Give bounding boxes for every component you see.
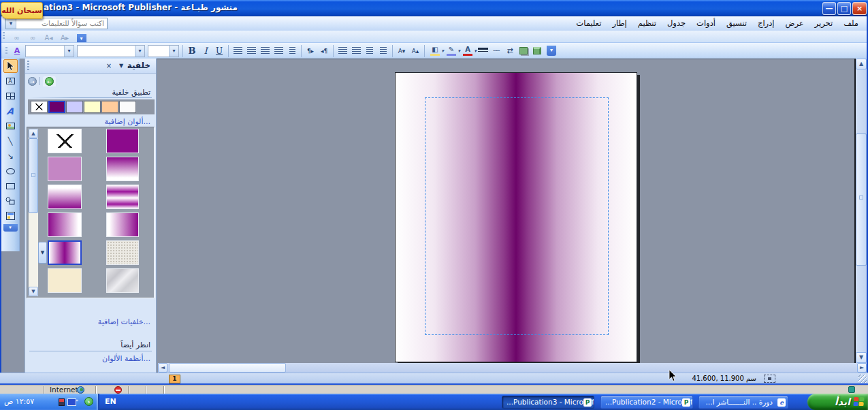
- underline-button[interactable]: U: [212, 44, 226, 57]
- vertical-scrollbar[interactable]: ▲ ▼: [856, 59, 867, 363]
- increase-font-size-button[interactable]: A▴: [408, 44, 422, 57]
- text-box-tool[interactable]: A: [3, 74, 18, 88]
- taskbar-button-publication3[interactable]: ...Publication3 - Microsof P: [502, 396, 594, 409]
- menu-item-insert[interactable]: إدراج: [752, 16, 780, 31]
- arrow-tool[interactable]: ↘: [3, 149, 18, 163]
- toolbar-options-button[interactable]: ▾: [3, 224, 18, 232]
- clock[interactable]: ١٢:٥٧ ص: [4, 394, 34, 410]
- scroll-right-icon[interactable]: ►: [857, 363, 867, 373]
- ltr-paragraph-button[interactable]: ¶▸: [304, 44, 317, 57]
- increase-indent-button[interactable]: [376, 44, 390, 57]
- background-thumbnail-gradient-top[interactable]: [106, 157, 139, 181]
- battery-icon[interactable]: [59, 398, 65, 406]
- gallery-scrollbar-thumb[interactable]: [29, 138, 38, 213]
- background-thumbnail-gradient-center-selected[interactable]: [48, 240, 82, 265]
- close-button[interactable]: ×: [852, 2, 867, 15]
- toolbar-grip[interactable]: [3, 32, 5, 40]
- wordart-tool[interactable]: A: [3, 104, 18, 118]
- scroll-down-icon[interactable]: ▼: [856, 352, 867, 363]
- numbering-button[interactable]: [336, 44, 349, 57]
- menu-item-format[interactable]: تنسيق: [721, 16, 752, 31]
- styles-and-formatting-button[interactable]: A: [10, 44, 24, 57]
- line-color-button[interactable]: ✎ ▾: [443, 44, 460, 57]
- language-indicator[interactable]: EN: [105, 394, 116, 410]
- toolbar-grip[interactable]: [5, 47, 7, 55]
- menu-item-arrange[interactable]: تنظيم: [632, 16, 662, 31]
- bullets-button[interactable]: [349, 44, 363, 57]
- taskbar-button-publication2[interactable]: ...Publication2 - Microsof P: [600, 396, 693, 409]
- swatch-light-yellow[interactable]: [84, 101, 101, 113]
- 3d-style-button[interactable]: [530, 44, 544, 57]
- more-backgrounds-link[interactable]: خلفيات إضافية...: [98, 317, 150, 326]
- background-thumbnail-gradient-stripes[interactable]: [106, 185, 139, 209]
- vertical-scrollbar-thumb[interactable]: [856, 133, 867, 266]
- menu-item-help[interactable]: تعليمات: [570, 16, 607, 31]
- shadow-style-button[interactable]: [517, 44, 530, 57]
- page-navigation-button[interactable]: 1: [169, 375, 180, 383]
- swatch-white[interactable]: [119, 101, 136, 113]
- background-thumbnail-gradient-bottom[interactable]: [48, 185, 82, 209]
- autoshapes-tool[interactable]: [3, 194, 18, 208]
- background-thumbnail-gradient-left[interactable]: [48, 212, 82, 237]
- dash-style-button[interactable]: ╌╌: [489, 44, 503, 57]
- arrow-style-button[interactable]: ⇄: [503, 44, 517, 57]
- line-spacing-button[interactable]: [285, 44, 299, 57]
- fill-color-button[interactable]: ◧ ▾: [427, 44, 443, 57]
- swatch-dark-purple[interactable]: [48, 101, 65, 113]
- hide-icons-chevron[interactable]: ›: [84, 397, 93, 406]
- swatch-lavender[interactable]: [66, 101, 83, 113]
- previous-text-box-button[interactable]: A◂: [42, 33, 56, 43]
- decrease-indent-button[interactable]: [363, 44, 376, 57]
- forward-button[interactable]: ←: [45, 77, 54, 86]
- menu-item-table[interactable]: جدول: [662, 16, 691, 31]
- menu-item-window[interactable]: إطار: [607, 16, 632, 31]
- chevron-down-icon[interactable]: ▾: [474, 48, 477, 54]
- start-button[interactable]: ابدأ: [807, 394, 868, 410]
- swatch-no-color[interactable]: [31, 101, 48, 113]
- background-thumbnail-none[interactable]: [48, 129, 82, 153]
- chevron-down-icon[interactable]: ▾: [64, 46, 74, 57]
- background-thumbnail-solid-purple[interactable]: [106, 129, 139, 153]
- center-button[interactable]: [244, 44, 258, 57]
- more-colors-link[interactable]: ألوان إضافية...: [105, 117, 150, 126]
- create-text-box-link-button[interactable]: ∞: [10, 33, 24, 43]
- background-thumbnail-tint[interactable]: [48, 157, 82, 181]
- font-size-combo[interactable]: ▾: [148, 45, 179, 57]
- task-pane-chevron-down-icon[interactable]: ▼: [116, 61, 126, 71]
- thumbnail-options-chevron[interactable]: ▼: [38, 242, 47, 264]
- align-right-button[interactable]: [258, 44, 272, 57]
- break-text-box-link-button[interactable]: ∞: [26, 33, 39, 43]
- design-gallery-object-tool[interactable]: [3, 209, 18, 223]
- font-color-button[interactable]: A ▾: [460, 44, 476, 57]
- help-question-input[interactable]: ▾ اكتب سؤالاً للتعليمات: [5, 18, 108, 29]
- scroll-up-icon[interactable]: ▲: [856, 59, 867, 69]
- menu-item-tools[interactable]: أدوات: [691, 16, 721, 31]
- menu-item-edit[interactable]: تحرير: [809, 16, 839, 31]
- taskbar-button-course-window[interactable]: دورة .. النـــــــاشر ا... e: [698, 396, 788, 409]
- background-thumbnail-gradient-right[interactable]: [106, 212, 139, 237]
- network-icon[interactable]: »: [67, 398, 76, 406]
- line-tool[interactable]: ╲: [3, 134, 18, 148]
- horizontal-scrollbar-thumb[interactable]: [169, 363, 286, 373]
- maximize-button[interactable]: □: [837, 2, 851, 15]
- insert-table-tool[interactable]: [3, 89, 18, 103]
- style-combo[interactable]: ▾: [25, 45, 74, 57]
- chevron-down-icon[interactable]: ▾: [135, 46, 144, 57]
- italic-button[interactable]: I: [199, 44, 212, 57]
- publication-page[interactable]: [395, 72, 637, 362]
- rtl-paragraph-button[interactable]: ◂¶: [317, 44, 331, 57]
- scroll-up-icon[interactable]: ▲: [29, 129, 38, 138]
- back-button[interactable]: →: [28, 77, 37, 86]
- horizontal-scrollbar[interactable]: ◄ ►: [158, 363, 867, 373]
- task-pane-close-icon[interactable]: ×: [104, 61, 114, 71]
- align-left-button[interactable]: [231, 44, 244, 57]
- scroll-left-icon[interactable]: ◄: [158, 363, 167, 373]
- line-style-button[interactable]: [476, 44, 489, 57]
- resize-grip[interactable]: [858, 375, 867, 383]
- bold-button[interactable]: B: [185, 44, 199, 57]
- chevron-down-icon[interactable]: ▾: [6, 18, 16, 29]
- color-schemes-link[interactable]: أنظمة الألوان...: [102, 354, 150, 363]
- scroll-down-icon[interactable]: ▼: [29, 287, 38, 296]
- rectangle-tool[interactable]: [3, 179, 18, 193]
- next-text-box-button[interactable]: A▸: [58, 33, 71, 43]
